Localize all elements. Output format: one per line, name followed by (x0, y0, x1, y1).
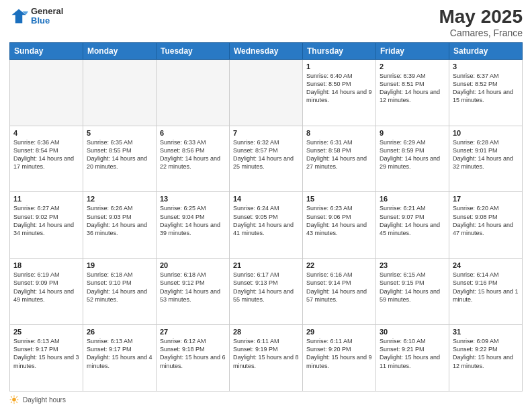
calendar-cell (10, 59, 83, 126)
calendar-cell: 2Sunrise: 6:39 AMSunset: 8:51 PMDaylight… (376, 59, 449, 126)
day-info: Sunrise: 6:12 AMSunset: 9:18 PMDaylight:… (160, 337, 226, 370)
day-number: 6 (160, 129, 226, 137)
calendar-cell: 30Sunrise: 6:10 AMSunset: 9:21 PMDayligh… (376, 325, 449, 392)
day-number: 5 (87, 129, 152, 137)
calendar-cell: 25Sunrise: 6:13 AMSunset: 9:17 PMDayligh… (10, 325, 83, 392)
day-number: 22 (306, 261, 372, 269)
calendar-cell: 13Sunrise: 6:25 AMSunset: 9:04 PMDayligh… (157, 192, 230, 259)
day-info: Sunrise: 6:33 AMSunset: 8:56 PMDaylight:… (160, 138, 226, 171)
day-number: 13 (160, 195, 226, 203)
day-number: 24 (453, 261, 519, 269)
day-number: 25 (13, 328, 79, 336)
calendar-cell (230, 59, 303, 126)
day-info: Sunrise: 6:29 AMSunset: 8:59 PMDaylight:… (380, 138, 445, 171)
day-info: Sunrise: 6:10 AMSunset: 9:21 PMDaylight:… (380, 337, 445, 370)
calendar-cell: 15Sunrise: 6:23 AMSunset: 9:06 PMDayligh… (303, 192, 376, 259)
calendar-cell: 19Sunrise: 6:18 AMSunset: 9:10 PMDayligh… (83, 259, 157, 325)
day-number: 17 (453, 195, 519, 203)
logo-text: General Blue (31, 7, 63, 26)
day-number: 21 (233, 261, 299, 269)
calendar-week-row: 25Sunrise: 6:13 AMSunset: 9:17 PMDayligh… (10, 325, 523, 392)
page: General Blue May 2025 Camares, France Su… (0, 0, 532, 411)
calendar-cell: 5Sunrise: 6:35 AMSunset: 8:55 PMDaylight… (83, 126, 157, 192)
day-info: Sunrise: 6:23 AMSunset: 9:06 PMDaylight:… (306, 204, 372, 237)
day-number: 15 (306, 195, 372, 203)
day-info: Sunrise: 6:17 AMSunset: 9:13 PMDaylight:… (233, 271, 299, 304)
day-number: 10 (453, 129, 519, 137)
day-info: Sunrise: 6:18 AMSunset: 9:10 PMDaylight:… (87, 271, 152, 304)
day-info: Sunrise: 6:40 AMSunset: 8:50 PMDaylight:… (306, 72, 372, 105)
day-info: Sunrise: 6:13 AMSunset: 9:17 PMDaylight:… (13, 337, 79, 370)
day-number: 31 (453, 328, 519, 336)
day-number: 29 (306, 328, 372, 336)
day-info: Sunrise: 6:27 AMSunset: 9:02 PMDaylight:… (13, 204, 79, 237)
day-info: Sunrise: 6:15 AMSunset: 9:15 PMDaylight:… (380, 271, 445, 304)
day-info: Sunrise: 6:25 AMSunset: 9:04 PMDaylight:… (160, 204, 226, 237)
day-info: Sunrise: 6:13 AMSunset: 9:17 PMDaylight:… (87, 337, 152, 370)
logo: General Blue (9, 7, 63, 26)
day-number: 8 (306, 129, 372, 137)
calendar-cell: 22Sunrise: 6:16 AMSunset: 9:14 PMDayligh… (303, 259, 376, 325)
day-number: 16 (380, 195, 445, 203)
title-block: May 2025 Camares, France (439, 7, 523, 38)
calendar-day-header: Friday (376, 42, 449, 59)
title-location: Camares, France (439, 28, 523, 38)
calendar-day-header: Sunday (10, 42, 83, 59)
day-info: Sunrise: 6:24 AMSunset: 9:05 PMDaylight:… (233, 204, 299, 237)
footer: Daylight hours (9, 395, 523, 404)
calendar-cell: 1Sunrise: 6:40 AMSunset: 8:50 PMDaylight… (303, 59, 376, 126)
day-number: 7 (233, 129, 299, 137)
day-info: Sunrise: 6:36 AMSunset: 8:54 PMDaylight:… (13, 138, 79, 171)
header: General Blue May 2025 Camares, France (9, 7, 523, 38)
calendar-cell: 14Sunrise: 6:24 AMSunset: 9:05 PMDayligh… (230, 192, 303, 259)
day-info: Sunrise: 6:31 AMSunset: 8:58 PMDaylight:… (306, 138, 372, 171)
day-info: Sunrise: 6:39 AMSunset: 8:51 PMDaylight:… (380, 72, 445, 105)
calendar-cell: 6Sunrise: 6:33 AMSunset: 8:56 PMDaylight… (157, 126, 230, 192)
day-info: Sunrise: 6:18 AMSunset: 9:12 PMDaylight:… (160, 271, 226, 304)
day-number: 20 (160, 261, 226, 269)
calendar-cell: 20Sunrise: 6:18 AMSunset: 9:12 PMDayligh… (157, 259, 230, 325)
day-info: Sunrise: 6:11 AMSunset: 9:20 PMDaylight:… (306, 337, 372, 370)
calendar-cell: 12Sunrise: 6:26 AMSunset: 9:03 PMDayligh… (83, 192, 157, 259)
logo-general-text: General (31, 7, 63, 16)
svg-marker-0 (12, 9, 26, 24)
calendar-cell (157, 59, 230, 126)
calendar-week-row: 11Sunrise: 6:27 AMSunset: 9:02 PMDayligh… (10, 192, 523, 259)
day-info: Sunrise: 6:32 AMSunset: 8:57 PMDaylight:… (233, 138, 299, 171)
calendar-day-header: Tuesday (157, 42, 230, 59)
svg-line-7 (11, 396, 12, 398)
calendar-cell (83, 59, 157, 126)
day-info: Sunrise: 6:09 AMSunset: 9:22 PMDaylight:… (453, 337, 519, 370)
calendar-cell: 9Sunrise: 6:29 AMSunset: 8:59 PMDaylight… (376, 126, 449, 192)
svg-point-2 (12, 398, 16, 402)
calendar-cell: 11Sunrise: 6:27 AMSunset: 9:02 PMDayligh… (10, 192, 83, 259)
day-info: Sunrise: 6:28 AMSunset: 9:01 PMDaylight:… (453, 138, 519, 171)
day-number: 4 (13, 129, 79, 137)
calendar-cell: 18Sunrise: 6:19 AMSunset: 9:09 PMDayligh… (10, 259, 83, 325)
calendar-cell: 24Sunrise: 6:14 AMSunset: 9:16 PMDayligh… (449, 259, 523, 325)
calendar-cell: 26Sunrise: 6:13 AMSunset: 9:17 PMDayligh… (83, 325, 157, 392)
svg-line-10 (11, 402, 12, 403)
calendar-cell: 29Sunrise: 6:11 AMSunset: 9:20 PMDayligh… (303, 325, 376, 392)
day-number: 1 (306, 62, 372, 71)
calendar-day-header: Saturday (449, 42, 523, 59)
day-info: Sunrise: 6:20 AMSunset: 9:08 PMDaylight:… (453, 204, 519, 237)
day-info: Sunrise: 6:21 AMSunset: 9:07 PMDaylight:… (380, 204, 445, 237)
day-info: Sunrise: 6:11 AMSunset: 9:19 PMDaylight:… (233, 337, 299, 370)
day-number: 28 (233, 328, 299, 336)
day-number: 11 (13, 195, 79, 203)
calendar-week-row: 1Sunrise: 6:40 AMSunset: 8:50 PMDaylight… (10, 59, 523, 126)
day-number: 26 (87, 328, 152, 336)
calendar-cell: 21Sunrise: 6:17 AMSunset: 9:13 PMDayligh… (230, 259, 303, 325)
calendar-day-header: Wednesday (230, 42, 303, 59)
day-number: 2 (380, 62, 445, 71)
calendar-week-row: 4Sunrise: 6:36 AMSunset: 8:54 PMDaylight… (10, 126, 523, 192)
calendar-table: SundayMondayTuesdayWednesdayThursdayFrid… (9, 42, 523, 392)
day-number: 19 (87, 261, 152, 269)
day-number: 14 (233, 195, 299, 203)
day-number: 3 (453, 62, 519, 71)
day-number: 23 (380, 261, 445, 269)
day-number: 9 (380, 129, 445, 137)
logo-icon (9, 7, 28, 26)
calendar-cell: 23Sunrise: 6:15 AMSunset: 9:15 PMDayligh… (376, 259, 449, 325)
